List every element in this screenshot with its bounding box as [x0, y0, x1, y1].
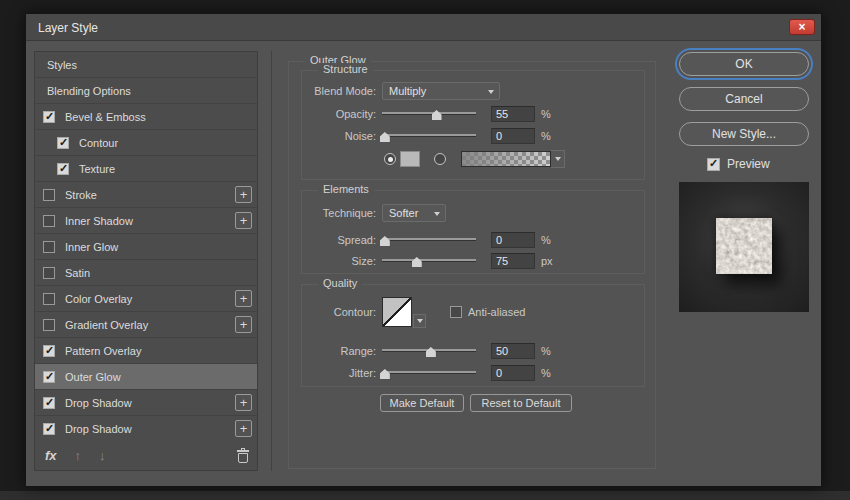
move-down-button[interactable]: ↓ — [99, 448, 106, 463]
glow-gradient-radio[interactable] — [434, 153, 446, 165]
add-effect-button[interactable]: + — [235, 212, 252, 229]
plus-icon: + — [240, 292, 248, 305]
contour-picker-button[interactable] — [413, 314, 426, 328]
dialog-titlebar[interactable]: Layer Style × — [26, 14, 821, 41]
sidebar-item-contour[interactable]: ✓ Contour — [35, 130, 257, 156]
checkbox-checked-icon[interactable]: ✓ — [43, 111, 55, 123]
opacity-slider[interactable] — [382, 107, 476, 121]
check-glyph: ✓ — [45, 344, 54, 357]
check-glyph: ✓ — [45, 422, 54, 435]
checkbox-checked-icon[interactable]: ✓ — [43, 423, 55, 435]
ok-button[interactable]: OK — [679, 52, 809, 76]
technique-label: Technique: — [302, 207, 376, 219]
sidebar-item-inner-shadow[interactable]: Inner Shadow + — [35, 208, 257, 234]
sidebar-item-drop-shadow-1[interactable]: ✓ Drop Shadow + — [35, 390, 257, 416]
noise-input[interactable] — [491, 128, 535, 144]
add-effect-button[interactable]: + — [235, 290, 252, 307]
noise-slider[interactable] — [382, 129, 476, 143]
check-glyph: ✓ — [45, 110, 54, 123]
make-default-button[interactable]: Make Default — [380, 394, 464, 412]
move-up-button[interactable]: ↑ — [75, 448, 82, 463]
texture-preview — [716, 218, 772, 274]
sidebar-item-label: Drop Shadow — [65, 397, 132, 409]
spread-input[interactable] — [491, 232, 535, 248]
checkbox-unchecked-icon[interactable] — [43, 189, 55, 201]
desktop-background: Layer Style × Styles Blending Options ✓ … — [0, 0, 850, 500]
jitter-row: Jitter: % — [302, 363, 644, 383]
noise-label: Noise: — [302, 130, 376, 142]
checkbox-unchecked-icon[interactable] — [43, 319, 55, 331]
checkbox-checked-icon[interactable]: ✓ — [43, 397, 55, 409]
sidebar-item-blending-options[interactable]: Blending Options — [35, 78, 257, 104]
sidebar-item-bevel-emboss[interactable]: ✓ Bevel & Emboss — [35, 104, 257, 130]
plus-icon: + — [240, 396, 248, 409]
sidebar-item-label: Styles — [35, 59, 77, 71]
new-style-button[interactable]: New Style... — [679, 122, 809, 146]
slider-track — [382, 259, 476, 261]
checkbox-unchecked-icon[interactable] — [43, 241, 55, 253]
glow-color-row — [302, 149, 644, 169]
technique-select[interactable]: Softer — [382, 204, 446, 222]
slider-track — [382, 238, 476, 240]
antialiased-checkbox[interactable] — [450, 306, 462, 318]
glow-color-radio[interactable] — [384, 153, 396, 165]
sidebar-footer-toolbar: fx ↑ ↓ — [35, 441, 257, 470]
jitter-input[interactable] — [491, 365, 535, 381]
jitter-slider[interactable] — [382, 366, 476, 380]
contour-thumbnail[interactable] — [382, 297, 412, 327]
sidebar-item-color-overlay[interactable]: Color Overlay + — [35, 286, 257, 312]
add-effect-button[interactable]: + — [235, 420, 252, 437]
fx-effects-icon[interactable]: fx — [45, 448, 57, 463]
spread-slider[interactable] — [382, 233, 476, 247]
checkbox-checked-icon[interactable]: ✓ — [57, 163, 69, 175]
sidebar-item-label: Outer Glow — [65, 371, 121, 383]
sidebar-item-label: Blending Options — [35, 85, 131, 97]
sidebar-item-drop-shadow-2[interactable]: ✓ Drop Shadow + — [35, 416, 257, 442]
cancel-button[interactable]: Cancel — [679, 87, 809, 111]
sidebar-item-inner-glow[interactable]: Inner Glow — [35, 234, 257, 260]
glow-color-swatch[interactable] — [400, 151, 420, 167]
sidebar-item-styles[interactable]: Styles — [35, 52, 257, 78]
chevron-down-icon — [434, 212, 440, 216]
blend-mode-select[interactable]: Multiply — [382, 82, 500, 100]
checkbox-unchecked-icon[interactable] — [43, 215, 55, 227]
texture-image — [716, 218, 772, 274]
checkbox-unchecked-icon[interactable] — [43, 267, 55, 279]
add-effect-button[interactable]: + — [235, 316, 252, 333]
checkbox-checked-icon[interactable]: ✓ — [43, 371, 55, 383]
gradient-preview[interactable] — [461, 151, 551, 167]
opacity-input[interactable] — [491, 106, 535, 122]
spread-unit: % — [541, 234, 551, 246]
sidebar-item-outer-glow[interactable]: ✓ Outer Glow — [35, 364, 257, 390]
delete-effect-button[interactable] — [237, 448, 249, 463]
check-glyph: ✓ — [59, 162, 68, 175]
close-button[interactable]: × — [789, 19, 815, 35]
sidebar-item-label: Stroke — [65, 189, 97, 201]
add-effect-button[interactable]: + — [235, 394, 252, 411]
checkbox-unchecked-icon[interactable] — [43, 293, 55, 305]
size-input[interactable] — [491, 253, 535, 269]
range-unit: % — [541, 345, 551, 357]
contour-row: Contour: Anti-aliased — [302, 295, 644, 329]
check-glyph: ✓ — [45, 370, 54, 383]
add-effect-button[interactable]: + — [235, 186, 252, 203]
preview-checkbox[interactable]: ✓ — [707, 158, 720, 171]
range-slider[interactable] — [382, 344, 476, 358]
reset-default-button[interactable]: Reset to Default — [470, 394, 572, 412]
gradient-picker-button[interactable] — [551, 150, 565, 168]
size-slider[interactable] — [382, 254, 476, 268]
sidebar-item-pattern-overlay[interactable]: ✓ Pattern Overlay — [35, 338, 257, 364]
opacity-unit: % — [541, 108, 551, 120]
sidebar-item-gradient-overlay[interactable]: Gradient Overlay + — [35, 312, 257, 338]
range-input[interactable] — [491, 343, 535, 359]
technique-value: Softer — [389, 207, 418, 219]
jitter-unit: % — [541, 367, 551, 379]
checkbox-checked-icon[interactable]: ✓ — [43, 345, 55, 357]
checkbox-checked-icon[interactable]: ✓ — [57, 137, 69, 149]
preview-label: Preview — [727, 157, 770, 171]
sidebar-item-stroke[interactable]: Stroke + — [35, 182, 257, 208]
close-icon: × — [798, 21, 805, 33]
sidebar-item-satin[interactable]: Satin — [35, 260, 257, 286]
sidebar-item-texture[interactable]: ✓ Texture — [35, 156, 257, 182]
bottom-strip — [0, 491, 850, 500]
